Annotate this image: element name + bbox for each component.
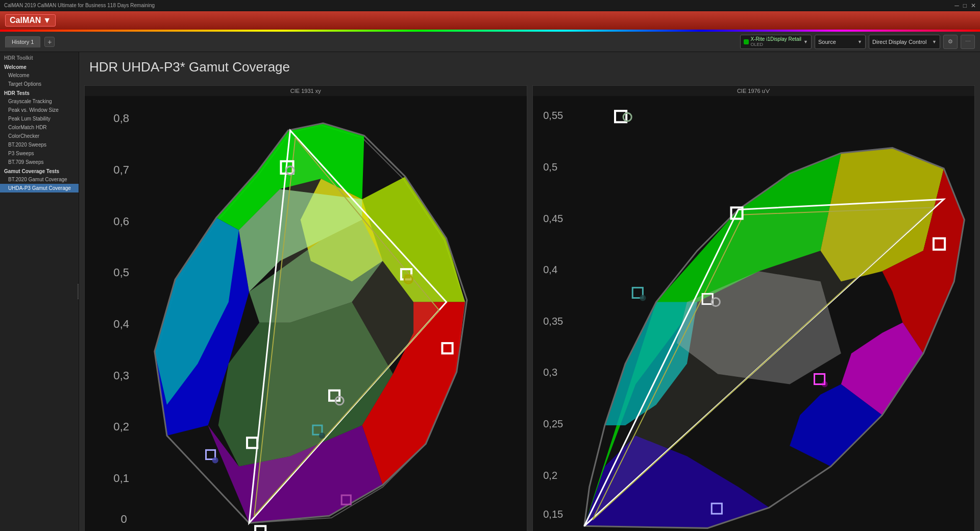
page-title: HDR UHDA-P3* Gamut Coverage <box>89 59 970 75</box>
svg-point-46 <box>319 432 325 439</box>
svg-text:0,5: 0,5 <box>113 266 129 279</box>
device-dropdown[interactable]: X-Rite i1Display Retail OLED ▼ <box>740 35 812 49</box>
sidebar: ◀ HDR Toolkit Welcome Welcome Target Opt… <box>0 52 79 531</box>
sidebar-item-welcome[interactable]: Welcome <box>0 71 79 80</box>
sidebar-item-peak-lum-stability[interactable]: Peak Lum Stability <box>0 114 79 123</box>
svg-text:0: 0 <box>120 513 127 525</box>
svg-text:0,7: 0,7 <box>113 163 129 176</box>
calman-logo: CalMAN ▼ <box>5 14 56 27</box>
cie1931-chart-area: 0,8 0,7 0,6 0,5 0,4 0,3 0,2 0,1 0 0 0,1 … <box>85 96 527 531</box>
options-icon: ⋯ <box>965 38 971 45</box>
device-label-group: X-Rite i1Display Retail OLED <box>751 36 801 47</box>
svg-text:0,25: 0,25 <box>543 418 563 429</box>
svg-text:0,4: 0,4 <box>113 318 129 330</box>
title-text: CalMAN 2019 CalMAN Ultimate for Business… <box>4 3 155 8</box>
source-dropdown-arrow: ▼ <box>857 39 862 44</box>
titlebar: CalMAN 2019 CalMAN Ultimate for Business… <box>0 0 980 11</box>
svg-text:0,6: 0,6 <box>113 215 129 228</box>
menubar: CalMAN ▼ <box>0 11 980 30</box>
cie1976-chart-area: 0,55 0,5 0,45 0,4 0,35 0,3 0,25 0,2 0,15… <box>533 96 975 531</box>
settings-icon: ⚙ <box>948 38 953 45</box>
device-status-indicator <box>744 39 749 44</box>
sidebar-item-peak-window-size[interactable]: Peak vs. Window Size <box>0 106 79 114</box>
source-label: Source <box>818 39 836 45</box>
svg-text:0,2: 0,2 <box>113 420 129 433</box>
sidebar-item-bt2020-sweeps[interactable]: BT.2020 Sweeps <box>0 140 79 149</box>
direct-display-dropdown[interactable]: Direct Display Control ▼ <box>869 35 940 49</box>
title-area: HDR UHDA-P3* Gamut Coverage <box>79 52 980 85</box>
svg-text:0,3: 0,3 <box>113 369 129 382</box>
content-body: HDR UHDA-P3* Gamut Coverage CIE 1931 xy … <box>79 52 980 531</box>
source-dropdown[interactable]: Source ▼ <box>815 35 866 49</box>
options-btn[interactable]: ⋯ <box>961 35 975 49</box>
sidebar-toggle-btn[interactable]: ◀ <box>78 284 79 299</box>
cie1931-chart-container: CIE 1931 xy 0,8 0,7 0,6 0,5 0,4 0,3 0,2 <box>84 85 527 531</box>
svg-text:0,2: 0,2 <box>543 470 557 481</box>
settings-btn[interactable]: ⚙ <box>943 35 958 49</box>
sidebar-section-gamut-coverage: Gamut Coverage Tests <box>0 166 79 175</box>
main-area: ◀ HDR Toolkit Welcome Welcome Target Opt… <box>0 52 980 531</box>
svg-text:0,35: 0,35 <box>543 316 563 327</box>
sidebar-header-hdr-toolkit: HDR Toolkit <box>0 52 79 62</box>
device-sublabel: OLED <box>751 42 801 47</box>
svg-text:0,15: 0,15 <box>543 509 563 520</box>
minimize-btn[interactable]: ─ <box>954 2 959 9</box>
cie1931-svg: 0,8 0,7 0,6 0,5 0,4 0,3 0,2 0,1 0 0 0,1 … <box>85 96 527 531</box>
cie1976-chart-container: CIE 1976 u'v' 0,55 0,5 0,45 0,4 0,35 0,3… <box>532 85 975 531</box>
logo-dropdown-arrow[interactable]: ▼ <box>43 16 51 25</box>
window-controls[interactable]: ─ □ ✕ <box>954 2 976 9</box>
sidebar-item-grayscale-tracking[interactable]: Grayscale Tracking <box>0 97 79 106</box>
svg-text:0,4: 0,4 <box>543 264 557 275</box>
cie1931-chart-title: CIE 1931 xy <box>85 86 527 96</box>
sidebar-item-uhdap3-gamut[interactable]: UHDA-P3 Gamut Coverage <box>0 184 79 192</box>
svg-text:0,55: 0,55 <box>543 110 563 121</box>
add-tab-btn[interactable]: + <box>44 37 55 47</box>
device-dropdown-arrow: ▼ <box>803 39 808 44</box>
sidebar-section-welcome: Welcome <box>0 62 79 71</box>
svg-text:0,3: 0,3 <box>543 367 557 378</box>
svg-point-81 <box>640 295 646 301</box>
sidebar-item-bt2020-gamut[interactable]: BT.2020 Gamut Coverage <box>0 175 79 184</box>
svg-text:0,5: 0,5 <box>543 161 557 173</box>
svg-text:0,45: 0,45 <box>543 213 563 224</box>
sidebar-item-p3-sweeps[interactable]: P3 Sweeps <box>0 149 79 158</box>
maximize-btn[interactable]: □ <box>963 2 967 9</box>
svg-point-41 <box>212 457 218 463</box>
svg-text:0,1: 0,1 <box>113 472 129 485</box>
sidebar-item-colormatch-hdr[interactable]: ColorMatch HDR <box>0 123 79 132</box>
svg-point-86 <box>821 381 827 388</box>
history-tab[interactable]: History 1 <box>5 36 40 47</box>
charts-row: CIE 1931 xy 0,8 0,7 0,6 0,5 0,4 0,3 0,2 <box>79 85 980 531</box>
direct-display-label: Direct Display Control <box>872 39 926 45</box>
sidebar-item-bt709-sweeps[interactable]: BT.709 Sweeps <box>0 158 79 166</box>
svg-rect-37 <box>404 274 412 282</box>
toolbar: History 1 + X-Rite i1Display Retail OLED… <box>0 32 980 52</box>
sidebar-item-target-options[interactable]: Target Options <box>0 80 79 88</box>
cie1976-svg: 0,55 0,5 0,45 0,4 0,35 0,3 0,25 0,2 0,15… <box>533 96 975 531</box>
svg-text:0,8: 0,8 <box>113 112 129 125</box>
sidebar-section-hdr-tests: HDR Tests <box>0 88 79 97</box>
sidebar-item-colorchecker[interactable]: ColorChecker <box>0 132 79 140</box>
direct-display-dropdown-arrow: ▼ <box>932 39 937 44</box>
cie1976-chart-title: CIE 1976 u'v' <box>533 86 975 96</box>
device-label: X-Rite i1Display Retail <box>751 36 801 42</box>
toolbar-right: X-Rite i1Display Retail OLED ▼ Source ▼ … <box>740 35 975 49</box>
close-btn[interactable]: ✕ <box>971 2 976 9</box>
